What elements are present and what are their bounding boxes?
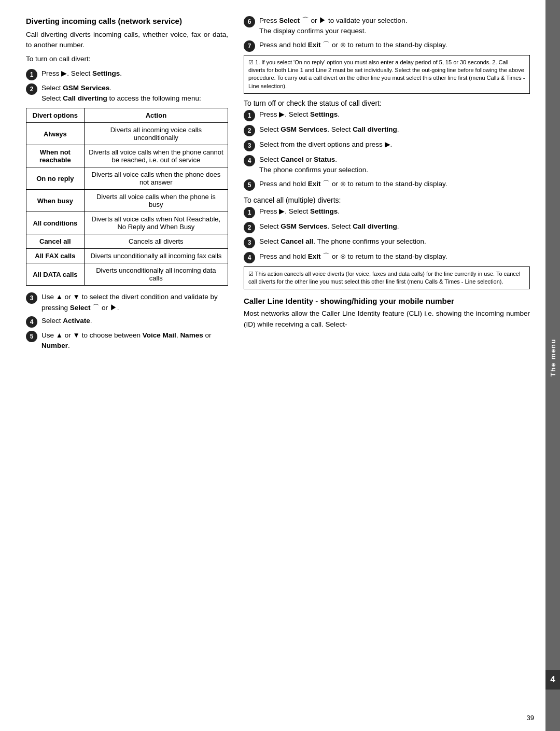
turn-off-step-4: 4 Select Cancel or Status.The phone conf… (244, 154, 530, 176)
option-cell: Cancel all (26, 234, 85, 249)
step-5-text: Use ▲ or ▼ to choose between Voice Mail,… (41, 330, 228, 352)
table-row: All conditionsDiverts all voice calls wh… (26, 212, 228, 234)
note-icon-2: ☑ (248, 271, 255, 277)
option-cell: When busy (26, 190, 85, 212)
step-5-after: 5 Use ▲ or ▼ to choose between Voice Mai… (26, 330, 228, 352)
option-cell: On no reply (26, 167, 85, 190)
table-row: When busyDiverts all voice calls when th… (26, 190, 228, 212)
step-num-1: 1 (26, 69, 37, 80)
turn-off-step-5-text: Press and hold Exit ⌒ or ⊙ to return to … (259, 179, 447, 189)
action-cell: Diverts all incoming voice calls uncondi… (84, 123, 228, 145)
turn-off-step-2: 2 Select GSM Services. Select Call diver… (244, 124, 530, 136)
cancel-all-step-3: 3 Select Cancel all. The phone confirms … (244, 236, 530, 248)
cancel-all-step-3-text: Select Cancel all. The phone confirms yo… (259, 236, 426, 247)
side-tab-number: 4 (545, 670, 560, 690)
note-1: ☑ 1. If you select 'On no reply' option … (244, 55, 530, 94)
option-cell: When not reachable (26, 145, 85, 167)
turn-off-step-num-4: 4 (244, 155, 255, 166)
turn-off-step-num-2: 2 (244, 125, 255, 136)
step-4-text: Select Activate. (41, 316, 92, 326)
cancel-all-step-4: 4 Press and hold Exit ⌒ or ⊙ to return t… (244, 251, 530, 263)
table-row: AlwaysDiverts all incoming voice calls u… (26, 123, 228, 145)
intro-text: Call diverting diverts incoming calls, w… (26, 30, 228, 51)
step-1-before: 1 Press ▶. Select Settings. (26, 68, 228, 80)
right-column: 6 Press Select ⌒ or ▶ to validate your s… (244, 16, 530, 715)
turn-off-step-1-text: Press ▶. Select Settings. (259, 109, 340, 120)
cancel-all-step-num-1: 1 (244, 207, 255, 218)
cancel-all-step-num-3: 3 (244, 237, 255, 248)
divert-table: Divert options Action AlwaysDiverts all … (26, 108, 228, 286)
option-cell: All FAX calls (26, 249, 85, 263)
option-cell: All DATA calls (26, 263, 85, 286)
step-7-text: Press and hold Exit ⌒ or ⊙ to return to … (259, 40, 447, 50)
turn-off-step-1: 1 Press ▶. Select Settings. (244, 109, 530, 121)
option-cell: All conditions (26, 212, 85, 234)
note-2-text: This action cancels all voice diverts (f… (248, 271, 520, 285)
step-num-7: 7 (244, 40, 255, 52)
step-num-3: 3 (26, 292, 37, 304)
step-3-text: Use ▲ or ▼ to select the divert conditio… (41, 292, 228, 313)
side-tab-label: The menu (549, 339, 557, 376)
turn-off-step-3: 3 Select from the divert options and pre… (244, 139, 530, 151)
table-row: When not reachableDiverts all voice call… (26, 145, 228, 167)
step-num-6: 6 (244, 16, 255, 27)
turn-off-step-num-3: 3 (244, 140, 255, 151)
cancel-all-step-1-text: Press ▶. Select Settings. (259, 206, 340, 217)
action-cell: Diverts all voice calls when Not Reachab… (84, 212, 228, 234)
col1-header: Divert options (26, 108, 85, 123)
step-2-text: Select GSM Services.Select Call divertin… (41, 83, 201, 104)
turn-off-step-2-text: Select GSM Services. Select Call diverti… (259, 124, 399, 135)
action-cell: Diverts unconditionally all incoming dat… (84, 263, 228, 286)
turn-off-step-num-5: 5 (244, 179, 255, 191)
caller-line-title: Caller Line Identity - showing/hiding yo… (244, 297, 530, 305)
action-cell: Diverts all voice calls when the phone c… (84, 145, 228, 167)
cancel-all-heading: To cancel all (multiple) diverts: (244, 196, 530, 204)
step-4-after: 4 Select Activate. (26, 316, 228, 328)
turn-off-heading: To turn off or check the status of call … (244, 99, 530, 107)
page-number: 39 (527, 714, 534, 722)
table-row: On no replyDiverts all voice calls when … (26, 167, 228, 190)
turn-off-step-5: 5 Press and hold Exit ⌒ or ⊙ to return t… (244, 179, 530, 191)
table-row: All DATA callsDiverts unconditionally al… (26, 263, 228, 286)
left-title: Diverting incoming calls (network servic… (26, 16, 228, 26)
step-6: 6 Press Select ⌒ or ▶ to validate your s… (244, 16, 530, 37)
step-2-before: 2 Select GSM Services.Select Call divert… (26, 83, 228, 104)
step-3-after: 3 Use ▲ or ▼ to select the divert condit… (26, 292, 228, 313)
turn-off-step-4-text: Select Cancel or Status.The phone confir… (259, 154, 368, 176)
action-cell: Diverts all voice calls when the phone i… (84, 190, 228, 212)
action-cell: Diverts all voice calls when the phone d… (84, 167, 228, 190)
step-num-2: 2 (26, 83, 37, 95)
cancel-all-step-num-4: 4 (244, 252, 255, 263)
table-row: All FAX callsDiverts unconditionally all… (26, 249, 228, 263)
cancel-all-step-2: 2 Select GSM Services. Select Call diver… (244, 221, 530, 233)
cancel-all-step-1: 1 Press ▶. Select Settings. (244, 206, 530, 218)
left-column: Diverting incoming calls (network servic… (26, 16, 228, 715)
cancel-all-step-num-2: 2 (244, 222, 255, 233)
cancel-all-step-4-text: Press and hold Exit ⌒ or ⊙ to return to … (259, 251, 447, 262)
step-1-text: Press ▶. Select Settings. (41, 68, 122, 79)
col2-header: Action (84, 108, 228, 123)
option-cell: Always (26, 123, 85, 145)
action-cell: Cancels all diverts (84, 234, 228, 249)
action-cell: Diverts unconditionally all incoming fax… (84, 249, 228, 263)
turn-on-text: To turn on call divert: (26, 54, 228, 64)
page-container: Diverting incoming calls (network servic… (0, 0, 560, 731)
note-icon-1: ☑ (248, 59, 254, 65)
step-num-4: 4 (26, 316, 37, 328)
step-6-text: Press Select ⌒ or ▶ to validate your sel… (259, 16, 407, 37)
note-1-text: 1. If you select 'On no reply' option yo… (248, 59, 525, 89)
main-content: Diverting incoming calls (network servic… (0, 0, 545, 731)
step-7: 7 Press and hold Exit ⌒ or ⊙ to return t… (244, 40, 530, 52)
table-row: Cancel allCancels all diverts (26, 234, 228, 249)
turn-off-step-3-text: Select from the divert options and press… (259, 139, 392, 150)
caller-line-text: Most networks allow the Caller Line Iden… (244, 308, 530, 330)
turn-off-step-num-1: 1 (244, 110, 255, 121)
note-2: ☑ This action cancels all voice diverts … (244, 266, 530, 290)
cancel-all-step-2-text: Select GSM Services. Select Call diverti… (259, 221, 399, 232)
step-num-5: 5 (26, 331, 37, 342)
